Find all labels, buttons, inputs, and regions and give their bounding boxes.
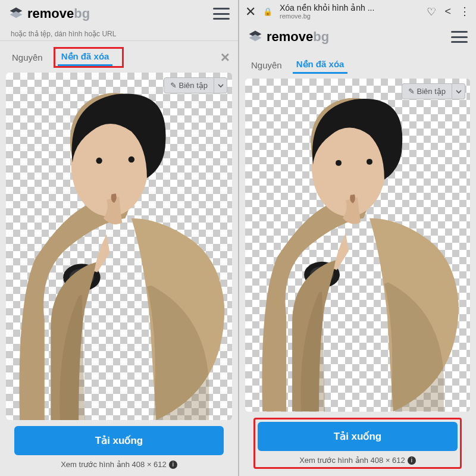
logo-text: removebg <box>27 6 90 21</box>
left-panel: removebg hoặc thả tệp, dán hình hoặc URL… <box>0 0 238 476</box>
logo-stack-icon <box>248 30 263 44</box>
edit-button-group: ✎Biên tập <box>402 83 465 99</box>
menu-icon[interactable] <box>213 8 230 20</box>
tab-original[interactable]: Nguyên <box>8 50 46 65</box>
pencil-icon: ✎ <box>408 87 415 96</box>
upload-hint-banner: hoặc thả tệp, dán hình hoặc URL <box>0 27 238 41</box>
browser-title: Xóa nền khỏi hình ảnh ... <box>280 4 419 12</box>
browser-url: remove.bg <box>280 12 419 20</box>
tab-original[interactable]: Nguyên <box>248 58 286 73</box>
result-image-area: ✎Biên tập <box>6 73 232 420</box>
result-image-area: ✎Biên tập <box>245 79 470 412</box>
bottom-actions: Tải xuống Xem trước hình ảnh 408 × 612 i <box>0 420 238 476</box>
highlight-download: Tải xuống Xem trước hình ảnh 408 × 612 i <box>253 418 462 469</box>
logo-text: removebg <box>267 29 329 45</box>
info-icon[interactable]: i <box>408 456 416 465</box>
menu-icon[interactable] <box>451 31 468 43</box>
browser-actions: ♡ < ⋮ <box>427 5 470 18</box>
highlight-removed-tab: Nền đã xóa <box>54 47 124 68</box>
logo[interactable]: removebg <box>248 29 329 45</box>
edit-dropdown-button[interactable] <box>452 83 465 99</box>
person-cutout <box>245 79 470 412</box>
bookmark-icon[interactable]: ♡ <box>427 5 436 18</box>
more-icon[interactable]: ⋮ <box>459 9 470 14</box>
chevron-down-icon <box>456 89 462 95</box>
person-cutout <box>6 73 232 420</box>
right-panel: ✕ 🔒 Xóa nền khỏi hình ảnh ... remove.bg … <box>238 0 476 476</box>
share-icon[interactable]: < <box>444 5 451 18</box>
svg-point-1 <box>96 158 102 164</box>
download-button[interactable]: Tải xuống <box>14 426 224 455</box>
logo[interactable]: removebg <box>8 6 90 21</box>
app-header: removebg <box>0 0 238 27</box>
logo-stack-icon <box>8 7 24 21</box>
download-button[interactable]: Tải xuống <box>258 422 458 451</box>
browser-close-icon[interactable]: ✕ <box>245 4 256 20</box>
bottom-actions: Tải xuống Xem trước hình ảnh 408 × 612 i <box>239 412 476 476</box>
edit-button-group: ✎Biên tập <box>164 77 227 93</box>
info-icon[interactable]: i <box>169 461 177 469</box>
browser-title-wrap: Xóa nền khỏi hình ảnh ... remove.bg <box>280 4 419 20</box>
edit-button[interactable]: ✎Biên tập <box>402 83 452 99</box>
tabs: Nguyên Nền đã xóa × <box>0 41 238 70</box>
app-header: removebg <box>239 23 476 51</box>
pencil-icon: ✎ <box>170 81 177 90</box>
svg-point-2 <box>129 156 134 162</box>
browser-bar: ✕ 🔒 Xóa nền khỏi hình ảnh ... remove.bg … <box>239 0 476 23</box>
preview-size-label: Xem trước hình ảnh 408 × 612 i <box>14 460 224 469</box>
tabs: Nguyên Nền đã xóa <box>239 51 476 76</box>
tab-removed[interactable]: Nền đã xóa <box>58 49 113 66</box>
edit-dropdown-button[interactable] <box>214 77 227 93</box>
svg-point-6 <box>336 160 342 166</box>
svg-point-7 <box>367 159 372 165</box>
preview-size-label: Xem trước hình ảnh 408 × 612 i <box>258 456 458 465</box>
edit-button[interactable]: ✎Biên tập <box>164 77 214 93</box>
close-icon[interactable]: × <box>221 48 230 67</box>
lock-icon: 🔒 <box>263 7 273 16</box>
chevron-down-icon <box>218 83 224 89</box>
tab-removed[interactable]: Nền đã xóa <box>293 57 348 74</box>
